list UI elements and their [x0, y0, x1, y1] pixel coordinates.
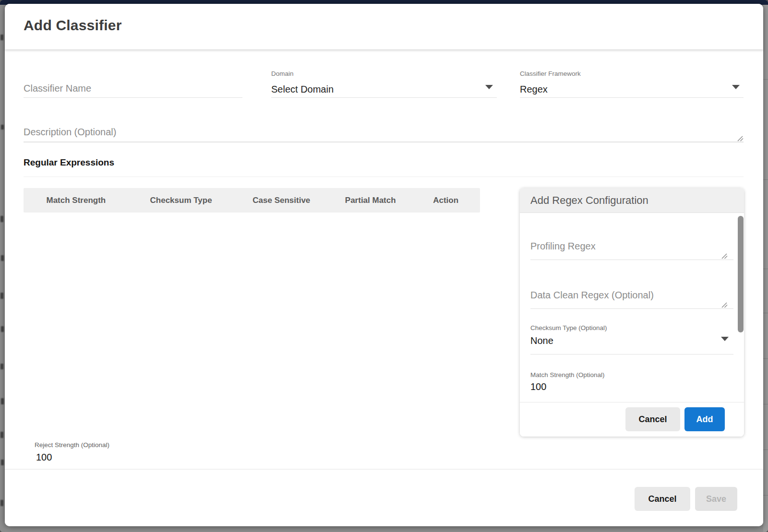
background-text-fragment [1, 460, 4, 465]
dialog-title: Add Classifier [24, 17, 122, 34]
resize-handle-icon[interactable] [737, 135, 744, 143]
panel-body: Profiling Regex Data Clean Regex (Option… [520, 213, 744, 402]
background-text-fragment [0, 216, 3, 222]
checksum-type-select[interactable]: Checksum Type (Optional) None [530, 324, 733, 346]
add-button[interactable]: Add [684, 407, 725, 431]
column-header-action: Action [411, 196, 480, 205]
background-text-fragment [1, 255, 4, 261]
checksum-type-value: None [530, 335, 733, 346]
save-button[interactable]: Save [695, 487, 737, 511]
background-text-fragment [1, 125, 4, 130]
add-classifier-dialog: Add Classifier Domain Select Domain Clas… [5, 4, 763, 526]
match-strength-label: Match Strength (Optional) [530, 371, 733, 378]
background-text-fragment [0, 364, 3, 369]
dialog-footer: Cancel Save [5, 469, 763, 526]
regular-expressions-heading: Regular Expressions [24, 157, 114, 168]
description-input[interactable] [24, 125, 744, 139]
field-underline [520, 97, 744, 98]
background-row-line [763, 179, 768, 180]
data-clean-regex-field[interactable]: Data Clean Regex (Optional) [530, 290, 733, 301]
chevron-down-icon[interactable] [485, 85, 493, 89]
background-text-fragment [1, 398, 4, 404]
reject-strength-label: Reject Strength (Optional) [35, 441, 109, 449]
regex-table-header: Match Strength Checksum Type Case Sensit… [24, 188, 480, 213]
background-row-line [763, 269, 768, 269]
description-field[interactable] [24, 125, 744, 142]
resize-handle-icon[interactable] [721, 252, 728, 261]
background-text-fragment [0, 432, 3, 438]
column-header-partial-match: Partial Match [329, 196, 411, 205]
section-divider [24, 177, 744, 177]
data-clean-regex-input[interactable]: Data Clean Regex (Optional) [530, 290, 733, 301]
background-row-line [763, 449, 768, 450]
classifier-framework-label: Classifier Framework [520, 70, 581, 77]
domain-select[interactable]: Domain Select Domain [271, 70, 497, 98]
backdrop-left-strip [0, 5, 5, 532]
domain-label: Domain [271, 70, 294, 77]
reject-strength-value[interactable]: 100 [36, 452, 52, 463]
background-row-line [763, 313, 768, 313]
column-header-checksum-type: Checksum Type [129, 196, 234, 205]
domain-value: Select Domain [271, 84, 334, 95]
background-row-line [763, 495, 768, 496]
profiling-regex-input[interactable]: Profiling Regex [530, 241, 733, 252]
field-underline [271, 97, 497, 98]
dialog-header: Add Classifier [5, 4, 763, 49]
field-underline [530, 308, 733, 309]
classifier-framework-select[interactable]: Classifier Framework Regex [520, 70, 744, 98]
field-underline [24, 97, 242, 98]
field-underline [530, 354, 733, 355]
profiling-regex-field[interactable]: Profiling Regex [530, 241, 733, 252]
match-strength-field[interactable]: Match Strength (Optional) 100 [530, 371, 733, 392]
panel-footer: Cancel Add [520, 402, 744, 437]
add-regex-config-panel: Add Regex Configuration Profiling Regex … [520, 188, 744, 437]
backdrop-right-strip [763, 5, 768, 532]
column-header-match-strength: Match Strength [24, 196, 129, 205]
background-text-fragment [0, 500, 3, 506]
classifier-name-input[interactable] [24, 80, 242, 97]
background-text-fragment [0, 293, 3, 299]
background-text-fragment [0, 35, 3, 40]
footer-cancel-button[interactable]: Cancel [635, 487, 690, 511]
background-row-line [763, 79, 768, 80]
classifier-framework-value: Regex [520, 84, 548, 95]
chevron-down-icon[interactable] [721, 337, 729, 341]
field-underline [530, 260, 733, 260]
column-header-case-sensitive: Case Sensitive [233, 196, 329, 205]
classifier-name-field[interactable] [24, 70, 242, 98]
panel-title: Add Regex Configuration [530, 194, 648, 207]
page-background: Add Classifier Domain Select Domain Clas… [0, 0, 768, 532]
background-row-line [763, 358, 768, 359]
checksum-type-label: Checksum Type (Optional) [530, 324, 733, 331]
cancel-button[interactable]: Cancel [625, 407, 680, 431]
background-text-fragment [1, 326, 4, 332]
panel-header: Add Regex Configuration [520, 188, 744, 213]
background-row-line [763, 404, 768, 404]
field-underline [24, 142, 744, 142]
panel-scrollbar[interactable] [738, 216, 744, 332]
match-strength-value[interactable]: 100 [530, 381, 733, 392]
resize-handle-icon[interactable] [721, 301, 728, 310]
chevron-down-icon[interactable] [732, 85, 740, 89]
